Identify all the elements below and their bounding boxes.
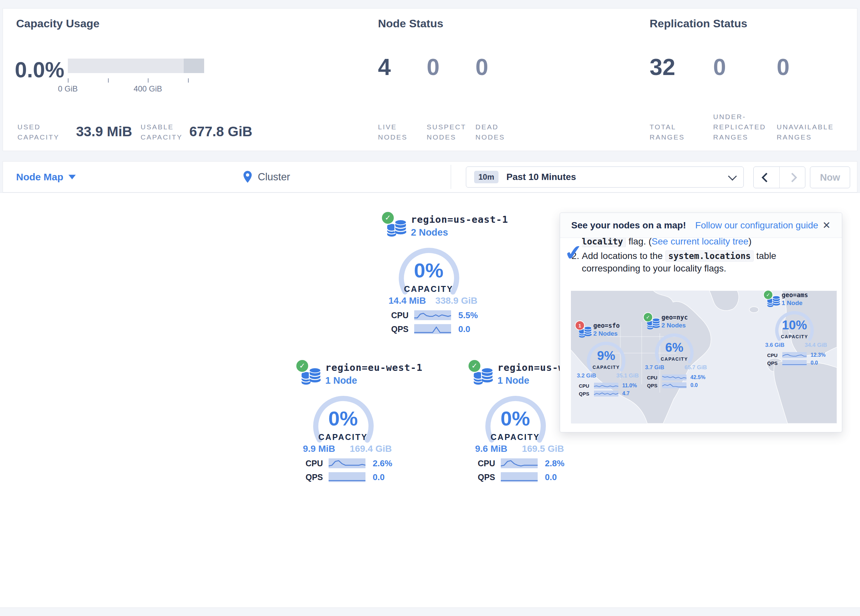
cpu-label: CPU (767, 353, 781, 358)
cpu-sparkline (782, 352, 807, 358)
cpu-row: CPU 12.3% (767, 352, 826, 358)
used-value: 9.6 MiB (475, 444, 507, 454)
qps-row: QPS 4.7 (579, 390, 637, 397)
locality-label: geo=ams (782, 291, 808, 298)
qps-sparkline (501, 472, 538, 482)
popup-title: See your nodes on a map! (571, 220, 686, 231)
example-world-map: 1 geo=sfo 2 Nodes 9% CAPACITY 3.2 GiB 35… (571, 290, 837, 423)
capacity-caption: CAPACITY (575, 365, 637, 370)
qps-value: 0.0 (811, 360, 818, 366)
nodes-count-link[interactable]: 1 Node (325, 375, 422, 386)
qps-sparkline (414, 324, 451, 334)
view-toolbar: Node Map Cluster 10m Past 10 Minutes Now (3, 161, 857, 193)
under-replicated-count: 0 (713, 54, 726, 80)
cpu-label: CPU (647, 375, 661, 380)
capacity-percent: 10% (763, 318, 826, 332)
axis-tick-label-400: 400 GiB (125, 84, 171, 94)
map-node-geo-nyc[interactable]: ✓ geo=nyc 2 Nodes 6% CAPACITY 3.7 GiB 65… (643, 313, 706, 389)
suspect-nodes-label: SUSPECT NODES (427, 122, 476, 142)
capacity-values: 9.6 MiB 169.5 GiB (475, 444, 564, 454)
node-map-canvas: ✓ region=us-east-1 2 Nodes (0, 193, 860, 608)
capacity-values: 3.6 GiB 34.4 GiB (765, 342, 827, 348)
warning-count-badge: 1 (576, 321, 584, 330)
locality-label: geo=sfo (593, 322, 620, 329)
total-value: 169.4 GiB (350, 444, 392, 454)
live-nodes-label: LIVE NODES (378, 122, 422, 142)
qps-row: QPS 0.0 (306, 472, 392, 483)
used-value: 3.2 GiB (577, 373, 596, 379)
setup-step-2: Add locations to the system.locations ta… (582, 250, 832, 275)
dead-nodes-label: DEAD NODES (476, 122, 521, 142)
cpu-value: 11.0% (622, 383, 637, 389)
nodes-count-link[interactable]: 2 Nodes (411, 227, 508, 238)
view-dropdown[interactable]: Node Map (16, 161, 76, 192)
nodes-count-link[interactable]: 2 Nodes (593, 330, 620, 337)
qps-label: QPS (391, 324, 412, 334)
close-icon[interactable]: ✕ (822, 219, 831, 231)
africa-landmass (774, 361, 837, 423)
qps-value: 4.7 (622, 390, 629, 397)
capacity-percent: 6% (643, 340, 706, 355)
axis-tick (68, 78, 69, 83)
cpu-value: 12.3% (811, 352, 825, 358)
unavailable-count: 0 (777, 54, 789, 80)
qps-label: QPS (306, 473, 326, 482)
map-pin-icon (243, 171, 253, 183)
capacity-caption: CAPACITY (294, 433, 392, 442)
time-range-label: Past 10 Minutes (506, 172, 576, 182)
now-button[interactable]: Now (810, 166, 850, 188)
healthy-status-icon: ✓ (644, 313, 652, 321)
used-value: 3.6 GiB (765, 342, 785, 348)
used-value: 14.4 MiB (389, 296, 426, 306)
axis-tick (188, 78, 189, 83)
capacity-usage-title: Capacity Usage (16, 17, 99, 30)
capacity-values: 14.4 MiB 338.9 GiB (389, 296, 477, 306)
region-node-eu-west-1[interactable]: ✓ region=eu-west-1 1 Node (294, 361, 392, 489)
total-ranges-label: TOTAL RANGES (650, 122, 699, 142)
qps-label: QPS (478, 473, 499, 482)
capacity-bar-segment (184, 59, 204, 73)
cluster-summary-panel: Capacity Usage 0.0% 0 GiB 400 GiB USED C… (3, 8, 857, 151)
qps-row: QPS 0.0 (647, 382, 706, 389)
next-range-button[interactable] (779, 167, 805, 188)
region-node-us-west-1[interactable]: ✓ region=us-west-1 1 Node (466, 361, 565, 489)
cpu-value: 2.8% (545, 458, 564, 469)
live-nodes-count: 4 (378, 54, 391, 80)
system-locations-code: system.locations (665, 251, 754, 262)
time-range-dropdown[interactable]: 10m Past 10 Minutes (466, 166, 744, 188)
map-node-geo-sfo[interactable]: 1 geo=sfo 2 Nodes 9% CAPACITY 3.2 GiB 35… (575, 322, 637, 398)
cpu-row: CPU 2.8% (478, 458, 565, 469)
caret-down-icon (69, 175, 76, 179)
capacity-percent: 0% (294, 407, 392, 430)
total-value: 65.7 GiB (684, 364, 707, 371)
cpu-sparkline (662, 375, 686, 380)
configuration-guide-link[interactable]: Follow our configuration guide (695, 220, 819, 231)
chevron-right-icon (787, 172, 797, 182)
qps-sparkline (329, 472, 366, 482)
iceland-landmass (749, 307, 759, 313)
capacity-values: 3.7 GiB 65.7 GiB (645, 364, 707, 371)
qps-value: 0.0 (545, 472, 557, 483)
breadcrumb[interactable]: Cluster (243, 161, 290, 192)
cpu-label: CPU (306, 459, 326, 468)
qps-value: 0.0 (458, 324, 470, 334)
node-map-setup-popup: See your nodes on a map! Follow our conf… (560, 213, 842, 433)
step-done-check-icon: ✔ (563, 240, 584, 266)
cpu-sparkline (501, 458, 538, 468)
healthy-status-icon: ✓ (382, 212, 394, 224)
page-footer-strip (0, 607, 860, 616)
prev-range-button[interactable] (754, 167, 779, 188)
usable-capacity-label: USABLE CAPACITY (141, 122, 193, 142)
cpu-label: CPU (579, 383, 593, 389)
qps-sparkline (782, 360, 807, 366)
toolbar-divider (451, 165, 451, 189)
cpu-label: CPU (391, 310, 412, 320)
nodes-count-link[interactable]: 1 Node (782, 299, 808, 307)
qps-row: QPS 0.0 (391, 324, 478, 334)
map-node-geo-ams[interactable]: ✓ geo=ams 1 Node 10% CAPACITY 3.6 GiB 34… (763, 291, 826, 367)
capacity-percent-value: 0.0% (15, 57, 64, 82)
region-node-us-east-1[interactable]: ✓ region=us-east-1 2 Nodes (379, 213, 478, 341)
nodes-count-link[interactable]: 2 Nodes (661, 322, 688, 329)
suspect-nodes-count: 0 (427, 54, 439, 80)
axis-tick-label-0: 0 GiB (45, 84, 91, 94)
